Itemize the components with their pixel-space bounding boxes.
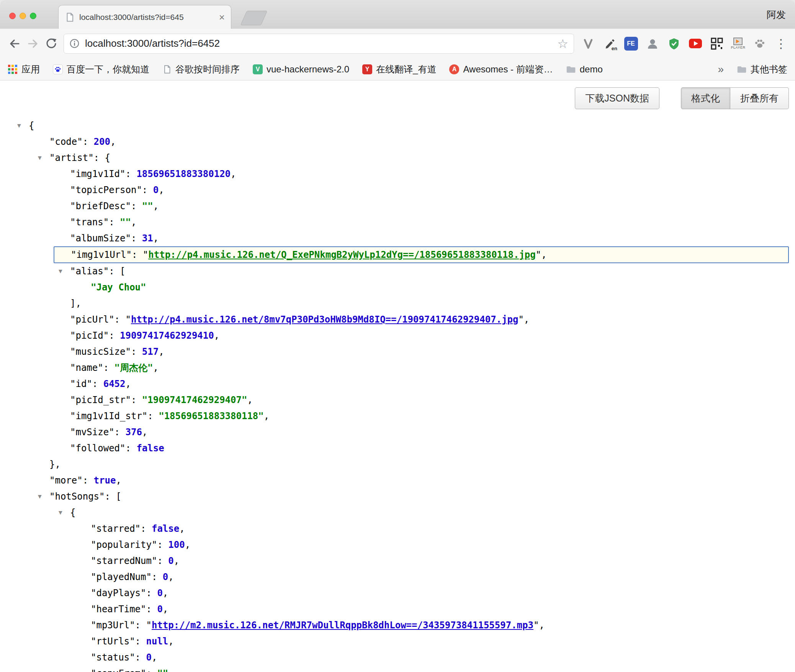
json-url-link[interactable]: http://p4.music.126.net/Q_ExePNkmgB2yWyL…	[148, 249, 535, 260]
json-token: :	[135, 636, 146, 647]
json-token: 517	[142, 346, 159, 357]
bookmark-vue-hackernews[interactable]: V vue-hackernews-2.0	[253, 64, 349, 75]
json-token: ,	[163, 588, 168, 598]
close-window-button[interactable]	[9, 13, 16, 19]
profile-name[interactable]: 阿发	[767, 8, 786, 21]
collapse-all-button[interactable]: 折叠所有	[730, 87, 789, 109]
json-url-link[interactable]: http://m2.music.126.net/RMJR7wDullRqppBk…	[152, 620, 533, 631]
collapse-toggle-icon[interactable]: ▼	[17, 118, 21, 134]
bookmark-label: 在线翻译_有道	[376, 63, 436, 75]
json-token: ,	[159, 185, 164, 195]
other-bookmarks-folder[interactable]: 其他书签	[737, 63, 787, 75]
json-token: ,	[264, 411, 269, 421]
translate-extension-button[interactable]: en	[601, 34, 618, 53]
json-token: :	[157, 556, 168, 566]
reload-button[interactable]	[42, 34, 61, 53]
json-token: "dayPlays"	[91, 588, 146, 598]
json-token: "img1v1Url"	[71, 249, 132, 260]
json-line: "img1v1Id": 18569651883380120,	[0, 166, 795, 182]
qr-extension-button[interactable]	[708, 34, 725, 53]
page-favicon-icon	[65, 12, 75, 22]
zoom-window-button[interactable]	[30, 13, 36, 19]
json-line: "albumSize": 31,	[0, 230, 795, 246]
profile-person-icon	[646, 38, 659, 50]
format-button[interactable]: 格式化	[681, 87, 730, 109]
json-token: "id"	[70, 379, 92, 389]
json-token: 18569651883380120	[136, 169, 231, 179]
qr-icon	[711, 38, 723, 50]
bookmark-label: vue-hackernews-2.0	[267, 64, 349, 75]
json-token: 376	[126, 427, 142, 438]
fe-extension-button[interactable]: FE	[622, 34, 640, 53]
other-bookmarks-label: 其他书签	[751, 63, 787, 75]
json-token: ,	[159, 346, 164, 357]
shield-extension-button[interactable]	[665, 34, 682, 53]
json-token: :	[157, 539, 168, 550]
json-token: 200	[94, 136, 110, 147]
json-token: 0	[153, 185, 159, 195]
bookmark-google-sort[interactable]: 谷歌按时间排序	[162, 63, 240, 75]
bookmark-baidu[interactable]: 百度一下，你就知道	[53, 63, 149, 75]
json-token: ,	[179, 523, 185, 534]
vue-icon: V	[253, 64, 263, 74]
bookmark-star-icon[interactable]: ☆	[557, 38, 568, 50]
download-json-button[interactable]: 下载JSON数据	[575, 87, 659, 109]
youtube-extension-button[interactable]	[687, 34, 704, 53]
bookmarks-bar: 应用 百度一下，你就知道 谷歌按时间排序 V vue-hackernews-2.…	[0, 58, 795, 80]
back-button[interactable]	[5, 34, 24, 53]
json-line: "followed": false	[0, 440, 795, 456]
paw-extension-button[interactable]	[751, 34, 768, 53]
json-line: ▼{	[0, 505, 795, 521]
menu-icon: ⋮	[775, 38, 787, 50]
json-url-link[interactable]: http://p4.music.126.net/8mv7qP30Pd3oHW8b…	[131, 314, 518, 325]
json-token: "topicPerson"	[70, 185, 142, 195]
youdao-icon: Y	[362, 64, 372, 74]
info-icon[interactable]	[69, 38, 80, 49]
profile-extension-button[interactable]	[644, 34, 661, 53]
json-token: ,	[153, 233, 159, 244]
browser-toolbar: localhost:3000/artists?id=6452 ☆ en FE	[0, 29, 795, 58]
bookmark-awesomes[interactable]: A Awesomes - 前端资…	[449, 63, 553, 75]
json-token: "mp3Url"	[91, 620, 135, 631]
json-token: "	[143, 249, 148, 260]
translate-lang-label: en	[612, 46, 617, 51]
json-line: "more": true,	[0, 472, 795, 488]
json-line: "rtUrls": null,	[0, 633, 795, 649]
json-token: "mvSize"	[70, 427, 115, 438]
json-token: :	[147, 411, 159, 421]
browser-menu-button[interactable]: ⋮	[772, 34, 790, 53]
json-token: "周杰伦"	[115, 362, 153, 373]
json-token: "picId"	[70, 330, 109, 341]
url-text[interactable]: localhost:3000/artists?id=6452	[85, 38, 552, 49]
tab-title: localhost:3000/artists?id=645	[79, 13, 214, 22]
browser-tab[interactable]: localhost:3000/artists?id=645 ×	[58, 5, 231, 29]
json-token: "hearTime"	[91, 604, 146, 615]
bookmark-apps[interactable]: 应用	[8, 63, 40, 75]
bookmark-youdao[interactable]: Y 在线翻译_有道	[362, 63, 436, 75]
collapse-toggle-icon[interactable]: ▼	[59, 263, 62, 279]
json-token: :	[131, 346, 142, 357]
json-token: },	[49, 459, 61, 470]
collapse-toggle-icon[interactable]: ▼	[59, 505, 62, 521]
json-line: "code": 200,	[0, 134, 795, 150]
json-token: :	[146, 588, 157, 598]
collapse-toggle-icon[interactable]: ▼	[38, 150, 42, 166]
player-extension-button[interactable]: PLAYER	[730, 34, 747, 53]
json-line: "starredNum": 0,	[0, 553, 795, 569]
json-line: "dayPlays": 0,	[0, 585, 795, 601]
minimize-window-button[interactable]	[20, 13, 26, 19]
json-token: ,	[247, 395, 252, 405]
address-bar[interactable]: localhost:3000/artists?id=6452 ☆	[64, 34, 574, 54]
json-line: "id": 6452,	[0, 376, 795, 392]
json-token: ,	[174, 556, 179, 566]
bookmarks-overflow-icon[interactable]: »	[718, 63, 724, 75]
tab-strip: localhost:3000/artists?id=645 × 阿发	[0, 0, 795, 29]
collapse-toggle-icon[interactable]: ▼	[38, 488, 42, 505]
forward-button[interactable]	[24, 34, 42, 53]
json-token: true	[94, 475, 116, 486]
bookmark-demo-folder[interactable]: demo	[566, 64, 603, 75]
json-token: {	[70, 507, 75, 518]
tab-close-icon[interactable]: ×	[219, 12, 225, 22]
new-tab-button[interactable]	[240, 11, 268, 25]
vimium-extension-button[interactable]	[579, 34, 597, 53]
